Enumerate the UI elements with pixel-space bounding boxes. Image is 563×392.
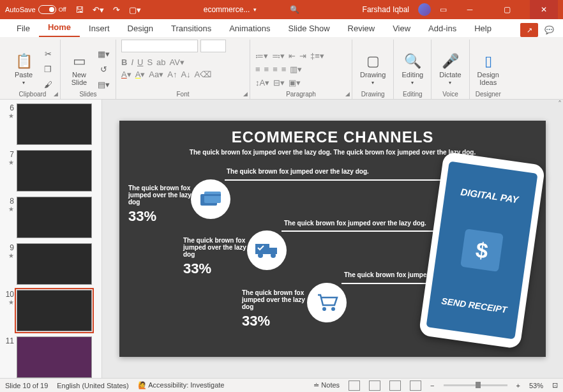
tab-addins[interactable]: Add-ins xyxy=(419,20,465,37)
highlight-button[interactable]: A▾ xyxy=(135,70,146,79)
autosave-toggle[interactable]: AutoSave Off xyxy=(5,5,66,14)
thumbnail-row[interactable]: 9★ xyxy=(3,243,99,285)
dialog-launcher-icon[interactable]: ◢ xyxy=(243,91,248,97)
collapse-ribbon-icon[interactable]: ˄ xyxy=(558,100,562,109)
accessibility-status[interactable]: 🙋 Accessibility: Investigate xyxy=(138,381,225,389)
connector-label[interactable]: The quick brown fox jumped. xyxy=(344,271,432,278)
start-slideshow-icon[interactable]: ▢▾ xyxy=(129,5,141,15)
thumbnail-row[interactable]: 10★ xyxy=(3,290,99,331)
thumbnail[interactable] xyxy=(17,150,92,192)
numbering-button[interactable]: ≕▾ xyxy=(272,51,285,61)
font-color-button[interactable]: A▾ xyxy=(121,70,131,79)
minimize-button[interactable]: ─ xyxy=(456,0,484,19)
tab-review[interactable]: Review xyxy=(339,20,384,37)
shadow-button[interactable]: ab xyxy=(156,57,165,67)
slide-editor[interactable]: ˄ ECOMMERCE CHANNELS The quick brown fox… xyxy=(102,100,563,378)
card-icon-circle[interactable] xyxy=(191,179,230,219)
slide-counter[interactable]: Slide 10 of 19 xyxy=(5,382,48,389)
dialog-launcher-icon[interactable]: ◢ xyxy=(54,91,58,97)
tab-home[interactable]: Home xyxy=(39,19,80,37)
underline-button[interactable]: U xyxy=(137,57,143,67)
font-size-input[interactable] xyxy=(200,40,226,52)
bullets-button[interactable]: ≔▾ xyxy=(255,51,268,61)
thumbnail[interactable] xyxy=(17,197,92,238)
smartart-button[interactable]: ▣▾ xyxy=(289,78,301,87)
slide-canvas[interactable]: ECOMMERCE CHANNELS The quick brown fox j… xyxy=(119,121,546,357)
increase-indent-button[interactable]: ⇤ xyxy=(289,51,296,61)
thumbnail[interactable] xyxy=(17,290,92,331)
stat-block[interactable]: The quick brown fox jumped over the lazy… xyxy=(242,289,306,329)
change-case-button[interactable]: Aa▾ xyxy=(149,70,163,79)
tab-help[interactable]: Help xyxy=(465,20,500,37)
phone-mockup[interactable]: DIGITAL PAY $ SEND RECEIPT xyxy=(419,151,546,349)
align-left-button[interactable]: ≡ xyxy=(255,64,260,74)
tab-file[interactable]: File xyxy=(8,20,39,37)
copy-button[interactable]: ❐ xyxy=(41,63,55,76)
align-text-button[interactable]: ⊟▾ xyxy=(273,78,285,87)
cart-icon-circle[interactable] xyxy=(307,283,347,322)
dialog-launcher-icon[interactable]: ◢ xyxy=(345,91,350,97)
italic-button[interactable]: I xyxy=(131,57,133,67)
tab-insert[interactable]: Insert xyxy=(80,20,119,37)
redo-icon[interactable]: ↷ xyxy=(113,5,120,15)
slide-subtitle[interactable]: The quick brown fox jumped over the lazy… xyxy=(119,149,546,156)
slideshow-view-button[interactable] xyxy=(410,381,421,391)
text-direction-button[interactable]: ↕A▾ xyxy=(255,78,269,87)
thumbnail[interactable] xyxy=(17,336,92,378)
share-button[interactable]: ↗ xyxy=(520,23,538,37)
ribbon-display-icon[interactable]: ▭ xyxy=(440,5,447,14)
font-family-input[interactable] xyxy=(121,40,198,52)
align-right-button[interactable]: ≡ xyxy=(273,64,278,74)
slide-title[interactable]: ECOMMERCE CHANNELS xyxy=(119,121,546,146)
reading-view-button[interactable] xyxy=(389,381,401,391)
thumbnail[interactable] xyxy=(17,243,92,285)
notes-button[interactable]: ≐ Notes xyxy=(313,381,340,389)
stat-block[interactable]: The quick brown fox jumped over the lazy… xyxy=(183,237,247,277)
filename-dropdown-icon[interactable]: ▾ xyxy=(253,6,257,13)
justify-button[interactable]: ≡ xyxy=(282,64,287,74)
decrease-indent-button[interactable]: ⇥ xyxy=(299,51,306,61)
increase-font-button[interactable]: A↑ xyxy=(167,70,177,79)
language-status[interactable]: English (United States) xyxy=(57,382,129,389)
normal-view-button[interactable] xyxy=(349,381,360,391)
close-button[interactable]: ✕ xyxy=(530,0,558,19)
zoom-in-button[interactable]: + xyxy=(516,382,520,389)
stat-block[interactable]: The quick brown fox jumped over the lazy… xyxy=(128,185,192,225)
tab-design[interactable]: Design xyxy=(119,20,162,37)
bold-button[interactable]: B xyxy=(121,57,127,67)
tab-view[interactable]: View xyxy=(384,20,419,37)
toggle-switch[interactable] xyxy=(38,5,56,14)
search-icon[interactable]: 🔍 xyxy=(290,5,299,14)
avatar[interactable] xyxy=(418,3,431,16)
strikethrough-button[interactable]: S xyxy=(147,57,153,67)
maximize-button[interactable]: ▢ xyxy=(493,0,521,19)
tab-slideshow[interactable]: Slide Show xyxy=(279,20,338,37)
save-icon[interactable]: 🖫 xyxy=(75,5,84,15)
cut-button[interactable]: ✂ xyxy=(41,48,55,61)
decrease-font-button[interactable]: A↓ xyxy=(181,70,190,79)
layout-button[interactable]: ▦▾ xyxy=(96,48,110,61)
undo-icon[interactable]: ↶▾ xyxy=(93,5,104,15)
zoom-out-button[interactable]: − xyxy=(430,382,434,389)
reset-button[interactable]: ↺ xyxy=(96,63,110,76)
tab-transitions[interactable]: Transitions xyxy=(162,20,220,37)
thumbnail-row[interactable]: 6★ xyxy=(3,103,99,145)
connector-label[interactable]: The quick brown fox jumped over the lazy… xyxy=(227,168,369,175)
align-center-button[interactable]: ≡ xyxy=(264,64,269,74)
zoom-slider[interactable] xyxy=(444,384,507,386)
section-button[interactable]: ▤▾ xyxy=(96,79,110,91)
comments-icon[interactable]: 💬 xyxy=(544,26,554,34)
connector-label[interactable]: The quick brown fox jumped over the lazy… xyxy=(284,220,426,227)
tab-animations[interactable]: Animations xyxy=(220,20,279,37)
character-spacing-button[interactable]: AV▾ xyxy=(170,57,184,67)
zoom-level[interactable]: 53% xyxy=(529,382,543,389)
thumbnail[interactable] xyxy=(17,103,92,145)
thumbnail-row[interactable]: 7★ xyxy=(3,150,99,192)
sorter-view-button[interactable] xyxy=(369,381,380,391)
clear-format-button[interactable]: A⌫ xyxy=(195,70,212,79)
format-painter-button[interactable]: 🖌 xyxy=(41,79,55,91)
thumbnail-panel[interactable]: 6★ 7★ 8★ 9★ 10★ 11 xyxy=(0,100,102,378)
thumbnail-row[interactable]: 8★ xyxy=(3,197,99,238)
fit-window-button[interactable]: ⊡ xyxy=(552,381,558,389)
columns-button[interactable]: ▥▾ xyxy=(290,64,302,74)
